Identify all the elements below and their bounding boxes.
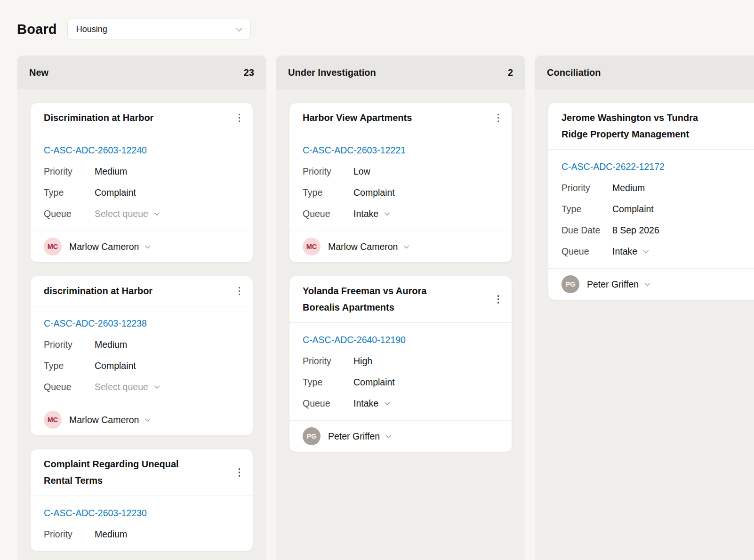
field-label: Priority xyxy=(303,166,353,177)
chevron-down-icon xyxy=(153,210,161,218)
card-header: Yolanda Freeman vs Aurora Borealis Apart… xyxy=(289,276,512,323)
card-menu-button[interactable] xyxy=(236,465,243,480)
queue-dropdown[interactable]: Intake xyxy=(612,246,650,257)
field-label: Priority xyxy=(303,356,353,367)
chevron-down-icon xyxy=(402,243,410,251)
field-label: Queue xyxy=(561,246,612,257)
case-id-link[interactable]: C-ASC-ADC-2640-12190 xyxy=(303,335,406,345)
queue-dropdown-value: Intake xyxy=(353,208,378,219)
field-value: Medium xyxy=(95,166,127,177)
avatar: PG xyxy=(561,275,579,293)
case-card[interactable]: discrimination at Harbor C-ASC-ADC-2603-… xyxy=(30,276,253,436)
case-id-link[interactable]: C-ASC-ADC-2603-12240 xyxy=(44,145,147,156)
case-id-link[interactable]: C-ASC-ADC-2603-12230 xyxy=(44,508,147,519)
column-title: Under Investigation xyxy=(288,67,376,78)
card-menu-button[interactable] xyxy=(236,111,243,125)
case-id-link[interactable]: C-ASC-ADC-2603-12221 xyxy=(303,145,406,156)
field-value: Medium xyxy=(95,529,127,540)
field-label: Priority xyxy=(44,529,95,540)
field-row-type: Type Complaint xyxy=(561,204,754,215)
field-row-queue: Queue Select queue xyxy=(44,382,240,392)
kebab-menu-icon xyxy=(497,114,499,122)
kebab-menu-icon xyxy=(239,287,241,296)
assignee-dropdown[interactable]: Peter Griffen xyxy=(587,279,651,290)
kebab-menu-icon xyxy=(239,468,241,477)
queue-dropdown[interactable]: Intake xyxy=(353,398,391,409)
field-row-priority: Priority High xyxy=(303,356,498,367)
assignee-name: Marlow Cameron xyxy=(69,241,139,252)
field-row-queue: Queue Intake xyxy=(303,208,498,219)
case-card[interactable]: Harbor View Apartments C-ASC-ADC-2603-12… xyxy=(289,103,512,263)
kebab-menu-icon xyxy=(239,114,241,122)
topbar: Board Housing xyxy=(0,0,754,40)
field-row-due-date: Due Date 8 Sep 2026 xyxy=(561,225,754,236)
card-header: Complaint Regarding Unequal Rental Terms xyxy=(31,449,253,496)
field-row-queue: Queue Intake xyxy=(561,246,754,257)
chevron-down-icon xyxy=(153,383,161,391)
card-header: Jerome Washington vs Tundra Ridge Proper… xyxy=(548,103,754,150)
kanban-board: New 23 Discrimination at Harbor C-ASC-AD… xyxy=(17,56,754,560)
field-value: Complaint xyxy=(95,360,136,371)
card-body: C-ASC-ADC-2603-12230 Priority Medium xyxy=(31,496,253,551)
field-value: High xyxy=(353,356,372,367)
card-body: C-ASC-ADC-2640-12190 Priority High Type … xyxy=(289,323,512,420)
queue-dropdown[interactable]: Select queue xyxy=(95,382,161,392)
case-id-link[interactable]: C-ASC-ADC-2603-12238 xyxy=(44,318,147,329)
chevron-down-icon xyxy=(144,416,152,424)
queue-dropdown[interactable]: Select queue xyxy=(95,208,161,219)
assignee-dropdown[interactable]: Marlow Cameron xyxy=(69,241,152,252)
board-selector[interactable]: Housing xyxy=(67,19,251,40)
field-label: Type xyxy=(44,187,95,198)
field-value: Complaint xyxy=(612,204,654,215)
card-body: C-ASC-ADC-2603-12221 Priority Low Type C… xyxy=(289,133,512,231)
card-menu-button[interactable] xyxy=(495,292,502,306)
assignee-dropdown[interactable]: Marlow Cameron xyxy=(69,415,152,425)
column-body-new: Discrimination at Harbor C-ASC-ADC-2603-… xyxy=(17,89,266,560)
field-value: Complaint xyxy=(353,187,395,198)
column-count: 2 xyxy=(508,67,513,78)
chevron-down-icon xyxy=(144,243,152,251)
case-id-link[interactable]: C-ASC-ADC-2622-12172 xyxy=(561,161,665,172)
field-label: Type xyxy=(303,187,353,198)
field-row-priority: Priority Medium xyxy=(561,183,754,193)
column-title: New xyxy=(29,67,48,78)
card-footer: MC Marlow Cameron xyxy=(289,231,512,262)
field-row-type: Type Complaint xyxy=(303,187,498,198)
card-footer: MC Marlow Cameron xyxy=(31,231,253,262)
field-row-queue: Queue Intake xyxy=(303,398,498,409)
queue-dropdown[interactable]: Intake xyxy=(353,208,391,219)
case-card[interactable]: Jerome Washington vs Tundra Ridge Proper… xyxy=(548,103,754,300)
field-value: Medium xyxy=(612,183,645,193)
queue-dropdown-value: Select queue xyxy=(95,208,148,219)
column-header-conciliation: Conciliation xyxy=(535,56,754,89)
card-title: Complaint Regarding Unequal Rental Terms xyxy=(44,456,199,489)
assignee-dropdown[interactable]: Marlow Cameron xyxy=(328,241,410,252)
case-card[interactable]: Discrimination at Harbor C-ASC-ADC-2603-… xyxy=(30,103,253,263)
case-card[interactable]: Yolanda Freeman vs Aurora Borealis Apart… xyxy=(289,276,512,452)
field-row-type: Type Complaint xyxy=(44,187,240,198)
chevron-down-icon xyxy=(643,280,651,288)
field-label: Queue xyxy=(44,382,95,392)
card-body: C-ASC-ADC-2603-12238 Priority Medium Typ… xyxy=(31,306,253,404)
field-label: Priority xyxy=(561,183,612,193)
assignee-name: Marlow Cameron xyxy=(69,415,139,425)
column-under-investigation: Under Investigation 2 Harbor View Apartm… xyxy=(276,56,525,560)
column-title: Conciliation xyxy=(547,67,601,78)
assignee-dropdown[interactable]: Peter Griffen xyxy=(328,431,393,442)
card-header: Discrimination at Harbor xyxy=(31,103,253,133)
queue-dropdown-value: Intake xyxy=(353,398,378,409)
field-value: Low xyxy=(353,166,370,177)
avatar: PG xyxy=(303,427,321,445)
page-title: Board xyxy=(17,22,57,37)
kebab-menu-icon xyxy=(497,295,499,304)
chevron-down-icon xyxy=(383,400,391,408)
field-label: Priority xyxy=(44,339,95,350)
assignee-name: Peter Griffen xyxy=(587,279,639,290)
card-menu-button[interactable] xyxy=(495,111,502,125)
card-menu-button[interactable] xyxy=(236,284,243,298)
field-label: Queue xyxy=(303,398,353,409)
assignee-name: Peter Griffen xyxy=(328,431,380,442)
chevron-down-icon xyxy=(383,210,391,218)
field-value: Medium xyxy=(95,339,127,350)
case-card[interactable]: Complaint Regarding Unequal Rental Terms… xyxy=(30,449,253,552)
